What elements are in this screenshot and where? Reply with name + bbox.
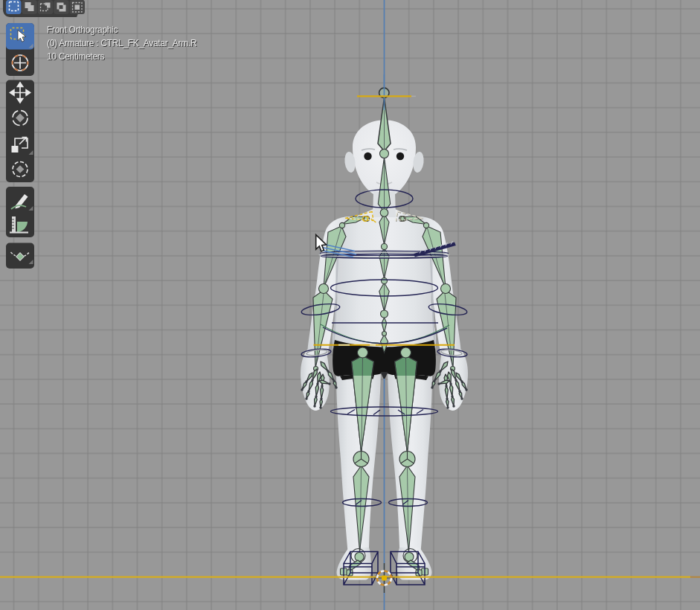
svg-text:Front Orthographic: Front Orthographic: [47, 25, 118, 35]
svg-text:10 Centimeters: 10 Centimeters: [47, 51, 104, 62]
svg-text:(0) Armature : CTRL_FK_Avatar_: (0) Armature : CTRL_FK_Avatar_Arm.R: [47, 38, 197, 48]
